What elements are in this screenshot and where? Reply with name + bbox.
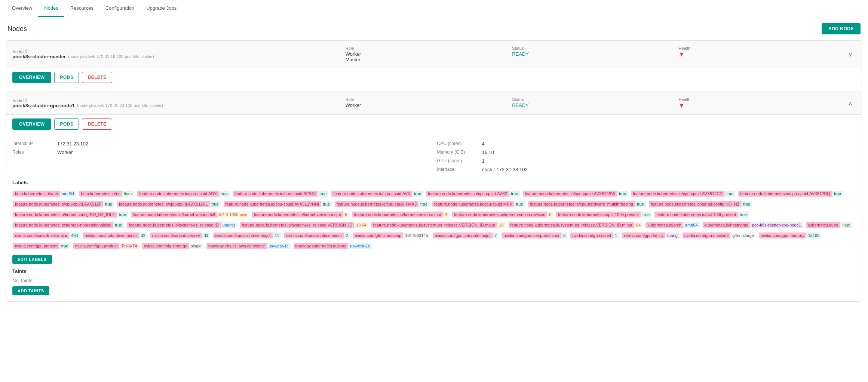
node-id-label-gpu: Node ID <box>12 98 346 103</box>
label-tag: nvidia.com/gpu.memory15109 <box>759 232 821 239</box>
label-tag: feature.node.kubernetes.io/cpu-cpuid.AVX… <box>13 200 114 208</box>
tab-upgrade-jobs[interactable]: Upgrade Jobs <box>140 0 183 17</box>
node-health-value-master: ▼ <box>679 51 845 58</box>
node-id-sub-master: (node-pkvd5vk-172-31-16-100-poc-k8s-clus… <box>68 54 154 59</box>
label-tag: nvidia.com/gpu.presenttrue <box>13 242 70 250</box>
node-id-value-master: poc-k8s-cluster-master <box>12 54 66 59</box>
label-tag: feature.node.kubernetes.io/cpu-cpuid.AVX… <box>224 200 332 208</box>
node-collapse-master[interactable]: ∨ <box>845 49 856 59</box>
label-tag: nvidia.com/gpu.machineg4dn.xlarge <box>683 232 756 239</box>
labels-title: Labels <box>12 180 856 185</box>
node-card-master: Node ID poc-k8s-cluster-master (node-pkv… <box>6 40 862 87</box>
label-tag: feature.node.kubernetes.io/kernel-versio… <box>452 211 553 218</box>
label-tag: nvidia.com/gpu.compute.minor5 <box>502 232 567 239</box>
node-id-value-gpu: poc-k8s-cluster-gpu-node1 <box>12 103 75 108</box>
label-tag: beta.kubernetes.io/archamd64 <box>13 190 76 197</box>
label-tag: feature.node.kubernetes.io/kernel-config… <box>649 200 752 208</box>
overview-button-master[interactable]: OVERVIEW <box>12 72 51 83</box>
add-taints-button[interactable]: ADD TAINTS <box>12 286 49 295</box>
detail-ip-row: Internal IP 172.31.23.102 <box>12 139 431 148</box>
detail-memory-row: Memory (GiB) 16.10 <box>437 148 856 157</box>
label-tag: nvidia.com/cuda.driver.major460 <box>13 232 80 239</box>
node-header-gpu: Node ID poc-k8s-cluster-gpu-node1 (node-… <box>6 92 862 115</box>
node-health-field-master: Health ▼ <box>679 46 845 62</box>
label-tag: kubernetes.io/archamd64 <box>645 221 699 229</box>
label-tag: feature.node.kubernetes.io/system-os_rel… <box>240 221 368 229</box>
page-header: Nodes ADD NODE <box>0 17 868 40</box>
node-id-sub-gpu: (node-pkvd5vk-172-31-23-102-poc-k8s-clus… <box>77 103 163 108</box>
node-health-value-gpu: ▼ <box>679 102 845 109</box>
pods-button-gpu[interactable]: PODS <box>54 118 79 130</box>
node-status-value-gpu: READY <box>512 102 678 108</box>
label-tag: feature.node.kubernetes.io/kernel-config… <box>13 211 128 218</box>
label-tag: feature.node.kubernetes.io/system-os_rel… <box>371 221 506 229</box>
label-tag: feature.node.kubernetes.io/cpu-cpuid.AVX… <box>523 190 628 197</box>
node-collapse-gpu[interactable]: ∧ <box>845 98 856 108</box>
node-role-field-gpu: Role Worker <box>346 97 512 109</box>
node-detail-gpu: Internal IP 172.31.23.102 Roles Worker C… <box>6 133 862 301</box>
label-tag: feature.node.kubernetes.io/kernel-versio… <box>252 211 349 218</box>
label-tag: feature.node.kubernetes.io/system-os_rel… <box>509 221 643 229</box>
detail-cpu-row: CPU (cores) 4 <box>437 139 856 148</box>
node-header-master: Node ID poc-k8s-cluster-master (node-pkv… <box>6 41 862 68</box>
label-tag: feature.node.kubernetes.io/cpu-hardware_… <box>528 200 646 208</box>
label-tag: nvidia.com/gpu.familyturing <box>622 232 679 239</box>
label-tag: feature.node.kubernetes.io/cpu-cpuid.ADX… <box>137 190 229 197</box>
node-card-gpu: Node ID poc-k8s-cluster-gpu-node1 (node-… <box>6 92 862 302</box>
label-tag: beta.kubernetes.io/oslinux <box>79 190 135 197</box>
label-tag: feature.node.kubernetes.io/cpu-cpuid.AVX… <box>426 190 520 197</box>
label-tag: feature.node.kubernetes.io/kernel-versio… <box>352 211 449 218</box>
label-tag: nvidia.com/cuda.driver.rev03 <box>150 232 210 239</box>
taints-section: Taints No Taints ADD TAINTS <box>12 268 856 295</box>
node-status-value-master: READY <box>512 51 678 57</box>
edit-labels-button[interactable]: EDIT LABELS <box>12 255 52 264</box>
tab-overview[interactable]: Overview <box>6 0 38 17</box>
no-taints: No Taints <box>12 278 856 283</box>
tab-configuration[interactable]: Configuration <box>99 0 140 17</box>
label-tag: kubernetes.io/hostnamepoc-k8s-cluster-gp… <box>703 221 803 229</box>
label-tag: feature.node.kubernetes.io/pci-1d0f.pres… <box>654 211 749 218</box>
node-status-field-gpu: Status READY <box>512 97 678 109</box>
label-tag: nvidia.com/gpu.count1 <box>570 232 619 239</box>
label-tag: feature.node.kubernetes.io/kernel-versio… <box>131 211 249 218</box>
label-tag: nvidia.com/gfd.timestamp1617563145 <box>353 232 430 239</box>
tab-resources[interactable]: Resources <box>64 0 99 17</box>
add-node-button[interactable]: ADD NODE <box>822 23 861 34</box>
labels-section: Labels beta.kubernetes.io/archamd64beta.… <box>12 180 856 264</box>
node-actions-gpu: OVERVIEW PODS DELETE <box>6 115 862 133</box>
label-tag: nvidia.com/gpu.productTesla-T4 <box>73 242 139 250</box>
label-tag: nvidia.com/gpu.compute.major7 <box>433 232 499 239</box>
label-tag: feature.node.kubernetes.io/cpu-cpuid.MPX… <box>432 200 525 208</box>
pods-button-master[interactable]: PODS <box>54 72 79 83</box>
overview-button-gpu[interactable]: OVERVIEW <box>12 118 51 130</box>
label-tag: topology.ebs.csi.aws.com/zoneus-west-1c <box>206 242 291 250</box>
node-role-field-master: Role Worker Master <box>346 46 512 62</box>
label-tag: feature.node.kubernetes.io/cpu-cpuid.AVX… <box>117 200 221 208</box>
detail-left: Internal IP 172.31.23.102 Roles Worker <box>12 139 431 174</box>
nav-tabs: Overview Nodes Resources Configuration U… <box>0 0 868 17</box>
node-role-value-master: Worker Master <box>346 51 512 62</box>
node-role-value-gpu: Worker <box>346 102 512 108</box>
label-tag: topology.kubernetes.io/zoneus-west-1c <box>294 242 372 250</box>
label-tag: feature.node.kubernetes.io/cpu-cpuid.FMA… <box>335 200 429 208</box>
delete-button-master[interactable]: DELETE <box>82 72 112 83</box>
label-tag: feature.node.kubernetes.io/cpu-cpuid.AES… <box>233 190 329 197</box>
label-tag: feature.node.kubernetes.io/storage-nonro… <box>13 221 124 229</box>
label-tag: feature.node.kubernetes.io/cpu-cpuid.AVX… <box>738 190 843 197</box>
label-tag: feature.node.kubernetes.io/cpu-cpuid.AVX… <box>631 190 735 197</box>
node-status-field-master: Status READY <box>512 46 678 62</box>
node-health-field-gpu: Health ▼ <box>679 97 845 109</box>
label-tag: feature.node.kubernetes.io/pci-10de.pres… <box>556 211 651 218</box>
labels-container: beta.kubernetes.io/archamd64beta.kuberne… <box>12 189 856 250</box>
detail-roles-row: Roles Worker <box>12 148 431 157</box>
node-fields-gpu: Role Worker Status READY Health ▼ <box>346 97 845 109</box>
node-fields-master: Role Worker Master Status READY Health ▼ <box>346 46 845 62</box>
label-tag: feature.node.kubernetes.io/cpu-cpuid.AVX… <box>331 190 423 197</box>
delete-button-gpu[interactable]: DELETE <box>82 118 112 130</box>
label-tag: nvidia.com/cuda.runtime.major11 <box>213 232 281 239</box>
detail-grid-gpu: Internal IP 172.31.23.102 Roles Worker C… <box>12 139 856 174</box>
label-tag: nvidia.com/cuda.runtime.minor2 <box>284 232 350 239</box>
detail-gpu-row: GPU (cores) 1 <box>437 157 856 165</box>
node-id-label: Node ID <box>12 49 346 54</box>
tab-nodes[interactable]: Nodes <box>38 0 64 17</box>
